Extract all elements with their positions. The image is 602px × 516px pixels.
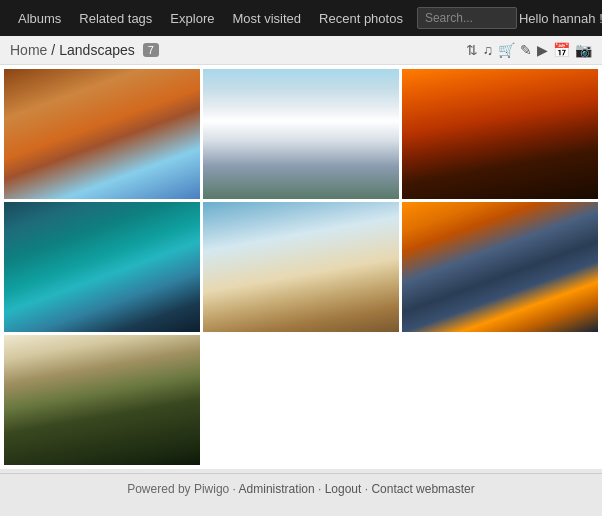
edit-icon[interactable]: ✎ [520,42,532,58]
nav-right: Hello hannah ! Logout Customize Admin [519,11,602,26]
photo-grid [0,65,602,469]
breadcrumb-row: Home / Landscapes 7 ⇅ ♫ 🛒 ✎ ▶ 📅 📷 [0,36,602,65]
administration-link[interactable]: Administration [239,482,315,496]
nav-explore[interactable]: Explore [162,3,222,34]
toolbar: ⇅ ♫ 🛒 ✎ ▶ 📅 📷 [466,42,593,58]
photo-item-6[interactable] [402,202,598,332]
cart-icon[interactable]: 🛒 [498,42,515,58]
breadcrumb: Home / Landscapes 7 [10,42,159,58]
sort-icon[interactable]: ⇅ [466,42,478,58]
photo-item-1[interactable] [4,69,200,199]
search-container [417,7,517,29]
powered-by-text: Powered by Piwigo [127,482,229,496]
photo-item-3[interactable] [402,69,598,199]
camera-icon[interactable]: 📷 [575,42,592,58]
play-icon[interactable]: ▶ [537,42,548,58]
greeting-text: Hello hannah ! [519,11,602,26]
nav-albums[interactable]: Albums [10,3,69,34]
photo-item-5[interactable] [203,202,399,332]
main-content [0,65,602,469]
search-input[interactable] [417,7,517,29]
navbar: Albums Related tags Explore Most visited… [0,0,602,36]
breadcrumb-separator: / [51,42,55,58]
footer-sep-1: · [233,482,236,496]
photo-count-badge: 7 [143,43,159,57]
nav-most-visited[interactable]: Most visited [224,3,309,34]
photo-item-2[interactable] [203,69,399,199]
footer: Powered by Piwigo · Administration · Log… [0,473,602,504]
footer-sep-2: · [318,482,321,496]
footer-sep-3: · [365,482,368,496]
footer-logout-link[interactable]: Logout [325,482,362,496]
music-icon[interactable]: ♫ [483,42,494,58]
photo-item-4[interactable] [4,202,200,332]
photo-item-7[interactable] [4,335,200,465]
home-link[interactable]: Home [10,42,47,58]
nav-recent-photos[interactable]: Recent photos [311,3,411,34]
nav-related-tags[interactable]: Related tags [71,3,160,34]
breadcrumb-current: Landscapes [59,42,135,58]
calendar-icon[interactable]: 📅 [553,42,570,58]
contact-webmaster-link[interactable]: Contact webmaster [371,482,474,496]
